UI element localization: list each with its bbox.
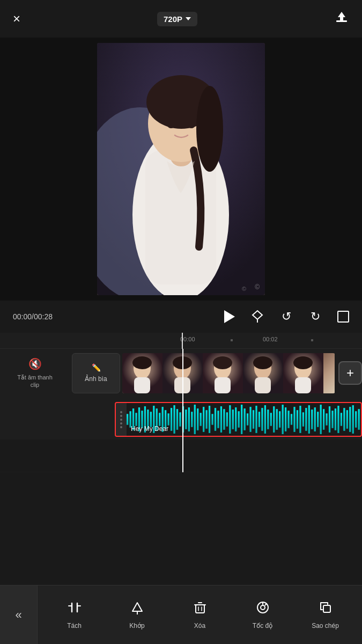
svg-rect-33 <box>295 377 311 393</box>
svg-rect-29 <box>255 377 271 393</box>
saochep-button[interactable]: Sao chép <box>309 601 342 630</box>
close-button[interactable]: × <box>13 11 20 26</box>
back-button[interactable]: « <box>0 586 38 644</box>
tick-00-02: 00:02 <box>263 336 278 342</box>
audio-track-row[interactable]: Hey My Dear <box>0 399 362 440</box>
khop-icon <box>130 601 144 618</box>
saochep-icon <box>319 601 333 618</box>
svg-point-10 <box>168 124 174 128</box>
current-time: 00:00 <box>13 312 32 321</box>
tach-button[interactable]: Tách <box>58 601 91 630</box>
tocdo-label: Tốc độ <box>253 622 272 630</box>
svg-point-11 <box>188 124 195 128</box>
svg-rect-120 <box>196 605 204 613</box>
svg-point-16 <box>132 356 152 369</box>
export-button[interactable] <box>334 10 349 28</box>
khop-button[interactable]: Khớp <box>121 601 153 630</box>
audio-track-selection-border <box>115 402 362 437</box>
timeline-empty-space <box>0 440 362 472</box>
svg-text:©: © <box>242 286 246 292</box>
svg-rect-0 <box>336 20 347 22</box>
tick-dot-2 <box>311 339 313 341</box>
mute-audio-button[interactable]: 🔇 Tắt âm thanhclip <box>0 357 70 389</box>
video-frame-3 <box>203 353 243 393</box>
video-track-row: 🔇 Tắt âm thanhclip ✏️ Ảnh bìa <box>0 349 362 397</box>
tocdo-button[interactable]: Tốc độ <box>247 601 279 630</box>
video-frame-4 <box>243 353 283 393</box>
video-preview: © <box>0 38 362 301</box>
cover-label: Ảnh bìa <box>85 375 107 383</box>
playhead-line <box>182 349 183 472</box>
tach-label: Tách <box>67 622 82 630</box>
saochep-label: Sao chép <box>312 622 339 630</box>
top-bar: × 720P <box>0 0 362 38</box>
xoa-button[interactable]: Xóa <box>184 601 216 630</box>
timeline-area: 🔇 Tắt âm thanhclip ✏️ Ảnh bìa <box>0 349 362 472</box>
edit-icon: ✏️ <box>92 363 101 372</box>
svg-line-128 <box>265 603 267 605</box>
svg-rect-25 <box>215 377 231 393</box>
add-clip-button[interactable]: + <box>338 361 362 385</box>
svg-point-9 <box>196 86 223 172</box>
svg-point-126 <box>261 605 265 610</box>
video-strip[interactable] <box>122 353 335 393</box>
controls-bar: 00:00/00:28 ↺ ↻ <box>0 301 362 333</box>
tocdo-icon <box>256 601 270 618</box>
tach-icon <box>68 601 82 618</box>
undo-button[interactable]: ↺ <box>279 310 293 324</box>
toolbar-items: Tách Khớp Xóa <box>38 586 362 644</box>
play-button[interactable] <box>221 310 235 324</box>
xoa-label: Xóa <box>194 622 205 630</box>
fullscreen-button[interactable] <box>337 311 349 323</box>
video-frame-1 <box>122 353 162 393</box>
khop-label: Khớp <box>129 622 144 630</box>
xoa-icon <box>193 601 207 618</box>
svg-point-24 <box>213 356 232 369</box>
redo-button[interactable]: ↻ <box>308 310 322 324</box>
playback-controls: ↺ ↻ <box>221 310 349 324</box>
video-frame-5 <box>283 353 335 393</box>
total-time: 00:28 <box>34 312 53 321</box>
speaker-icon: 🔇 <box>28 357 42 370</box>
quality-selector[interactable]: 720P <box>157 12 197 26</box>
svg-point-28 <box>253 356 272 369</box>
svg-marker-1 <box>338 12 345 20</box>
time-display: 00:00/00:28 <box>13 312 53 321</box>
back-icon: « <box>15 608 21 622</box>
playhead-ruler <box>182 333 183 349</box>
svg-rect-129 <box>323 605 330 612</box>
below-timeline-space <box>0 472 362 585</box>
keyframe-button[interactable] <box>250 310 264 324</box>
bottom-toolbar: « Tách Khớp <box>0 585 362 644</box>
video-thumbnail: © <box>97 43 265 295</box>
cover-image-button[interactable]: ✏️ Ảnh bìa <box>72 353 120 393</box>
svg-point-32 <box>293 356 313 369</box>
tick-dot-1 <box>231 339 233 341</box>
svg-rect-17 <box>134 377 150 393</box>
chevron-down-icon <box>186 17 191 20</box>
svg-marker-118 <box>132 603 142 611</box>
quality-label: 720P <box>164 14 182 24</box>
timeline-ruler: 00:00 00:02 <box>0 333 362 349</box>
